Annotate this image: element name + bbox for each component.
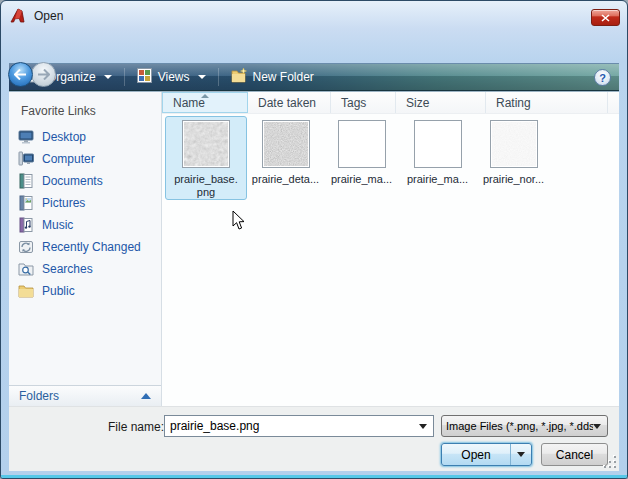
command-toolbar: Organize Views bbox=[9, 63, 619, 91]
sidebar-item-pictures[interactable]: Pictures bbox=[9, 192, 161, 214]
open-split-dropdown[interactable] bbox=[510, 444, 531, 465]
file-name-combobox bbox=[164, 415, 434, 437]
searches-icon bbox=[18, 261, 34, 277]
sidebar-item-public[interactable]: Public bbox=[9, 280, 161, 302]
column-header-size[interactable]: Size bbox=[396, 92, 486, 113]
dialog-footer: File name: Image Files (*.png, *.jpg, *.… bbox=[9, 406, 619, 471]
file-thumbnail bbox=[338, 120, 386, 168]
back-button[interactable] bbox=[8, 62, 33, 87]
help-icon: ? bbox=[599, 72, 606, 84]
open-dropdown-icon bbox=[517, 452, 525, 457]
toolbar-separator bbox=[124, 68, 125, 86]
file-list-view: Name Date taken Tags Size Rating bbox=[162, 92, 619, 406]
music-icon bbox=[18, 217, 34, 233]
sidebar-item-label: Documents bbox=[42, 174, 103, 188]
file-name-label: prairie_nor... bbox=[483, 173, 544, 186]
documents-icon bbox=[18, 173, 34, 189]
forward-arrow-icon bbox=[37, 69, 50, 80]
close-button[interactable] bbox=[591, 9, 620, 26]
sidebar-item-music[interactable]: Music bbox=[9, 214, 161, 236]
back-arrow-icon bbox=[14, 69, 27, 80]
file-thumbnail bbox=[262, 120, 310, 168]
file-thumbnail bbox=[490, 120, 538, 168]
column-header-row: Name Date taken Tags Size Rating bbox=[162, 92, 619, 114]
sidebar-item-recently-changed[interactable]: Recently Changed bbox=[9, 236, 161, 258]
sidebar-item-label: Music bbox=[42, 218, 73, 232]
resize-grip[interactable] bbox=[603, 455, 616, 468]
sort-ascending-icon bbox=[201, 94, 209, 98]
file-name-dropdown-icon[interactable] bbox=[419, 424, 427, 429]
help-button[interactable]: ? bbox=[594, 69, 611, 86]
sidebar-item-label: Desktop bbox=[42, 130, 86, 144]
file-item-prairie-normal[interactable]: prairie_nor... bbox=[476, 116, 551, 187]
column-header-date-taken[interactable]: Date taken bbox=[248, 92, 331, 113]
file-thumbnail bbox=[414, 120, 462, 168]
desktop-icon bbox=[18, 129, 34, 145]
recently-changed-icon bbox=[18, 239, 34, 255]
sidebar-item-desktop[interactable]: Desktop bbox=[9, 126, 161, 148]
app-icon bbox=[10, 8, 26, 24]
sidebar-item-label: Searches bbox=[42, 262, 93, 276]
file-thumbnail bbox=[182, 120, 230, 168]
folders-expander[interactable]: Folders bbox=[9, 385, 161, 406]
column-header-filler bbox=[608, 92, 619, 113]
folders-label: Folders bbox=[19, 389, 59, 403]
public-folder-icon bbox=[18, 283, 34, 299]
sidebar-item-computer[interactable]: Computer bbox=[9, 148, 161, 170]
titlebar[interactable]: Open bbox=[1, 1, 627, 31]
views-label: Views bbox=[158, 70, 190, 84]
file-name-label: prairie_ma... bbox=[331, 173, 392, 186]
column-header-tags[interactable]: Tags bbox=[331, 92, 396, 113]
window-title: Open bbox=[34, 9, 63, 23]
column-header-name[interactable]: Name bbox=[162, 92, 248, 113]
toolbar-separator bbox=[218, 68, 219, 86]
sidebar-item-documents[interactable]: Documents bbox=[9, 170, 161, 192]
file-item-prairie-detail[interactable]: prairie_deta... bbox=[248, 116, 323, 187]
pictures-icon bbox=[18, 195, 34, 211]
navigation-pane: Favorite Links Desktop Computer Document… bbox=[9, 92, 162, 406]
cancel-button-label: Cancel bbox=[556, 448, 593, 462]
chevron-up-icon bbox=[141, 393, 151, 399]
new-folder-button[interactable]: New Folder bbox=[222, 65, 323, 89]
sidebar-item-label: Recently Changed bbox=[42, 240, 141, 254]
file-item-prairie-base[interactable]: prairie_base. png bbox=[165, 116, 247, 200]
forward-button[interactable] bbox=[31, 62, 56, 87]
sidebar-item-label: Pictures bbox=[42, 196, 85, 210]
sidebar-item-label: Computer bbox=[42, 152, 95, 166]
views-dropdown-icon bbox=[198, 75, 206, 79]
file-item-prairie-map-2[interactable]: prairie_ma... bbox=[400, 116, 475, 187]
organize-dropdown-icon bbox=[104, 75, 112, 79]
views-icon bbox=[137, 68, 152, 86]
close-icon bbox=[601, 14, 610, 22]
file-item-prairie-map-1[interactable]: prairie_ma... bbox=[324, 116, 399, 187]
file-name-label: prairie_deta... bbox=[252, 173, 319, 186]
cancel-button[interactable]: Cancel bbox=[541, 443, 608, 466]
file-type-value: Image Files (*.png, *.jpg, *.dds bbox=[446, 420, 593, 432]
address-bar-row: « terrains sampleTerrain prairie bbox=[1, 31, 627, 63]
file-name-label: prairie_ma... bbox=[407, 173, 468, 186]
column-header-rating[interactable]: Rating bbox=[486, 92, 608, 113]
open-button[interactable]: Open bbox=[441, 443, 532, 466]
dialog-content: Favorite Links Desktop Computer Document… bbox=[9, 91, 619, 406]
file-name-label: prairie_base. png bbox=[174, 173, 238, 199]
open-dialog: Open « terrain bbox=[0, 0, 628, 479]
views-button[interactable]: Views bbox=[128, 65, 215, 89]
computer-icon bbox=[18, 151, 34, 167]
sidebar-item-searches[interactable]: Searches bbox=[9, 258, 161, 280]
file-name-label-text: File name: bbox=[69, 420, 164, 434]
new-folder-label: New Folder bbox=[253, 70, 314, 84]
new-folder-icon bbox=[231, 68, 247, 86]
open-button-label: Open bbox=[442, 448, 510, 462]
sidebar-item-label: Public bbox=[42, 284, 75, 298]
file-grid: prairie_base. png prairie_deta... prairi… bbox=[162, 114, 619, 200]
mouse-cursor bbox=[232, 210, 246, 235]
file-type-select[interactable]: Image Files (*.png, *.jpg, *.dds bbox=[441, 415, 608, 437]
favorite-links-header: Favorite Links bbox=[9, 92, 161, 126]
file-name-input[interactable] bbox=[165, 419, 419, 433]
file-type-dropdown-icon bbox=[593, 424, 601, 429]
